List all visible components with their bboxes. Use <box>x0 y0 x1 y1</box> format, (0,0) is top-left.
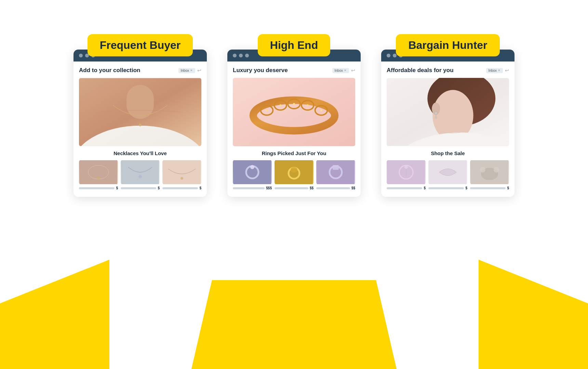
price-line-1b: $ <box>121 186 160 190</box>
svg-point-22 <box>320 109 322 111</box>
svg-point-6 <box>97 177 100 179</box>
price-bar-1c <box>162 187 198 189</box>
price-text-2b: $$ <box>310 186 313 190</box>
price-text-3c: $ <box>507 186 509 190</box>
thumb-row-bargain-hunter: $ $ <box>387 160 509 190</box>
dot-6 <box>245 54 249 57</box>
svg-point-28 <box>291 167 297 173</box>
thumb-item-7: $ <box>387 160 426 190</box>
card-bargain-hunter: Bargain Hunter Affordable deals for you … <box>381 34 514 197</box>
price-line-3c: $ <box>470 186 509 190</box>
badge-high-end: High End <box>258 34 330 56</box>
svg-point-40 <box>404 165 408 169</box>
svg-point-20 <box>307 104 309 106</box>
thumb-img-3b <box>428 160 467 184</box>
main-container: Frequent Buyer Add to your collection In… <box>0 0 588 197</box>
thumb-row-high-end: $$$ $$ <box>233 160 355 190</box>
main-image-frequent-buyer <box>79 78 201 146</box>
thumb-item-4: $$$ <box>233 160 272 190</box>
price-text-2c: $$ <box>351 186 355 190</box>
yellow-shape-left <box>0 260 109 369</box>
email-meta-frequent-buyer: Inbox ✕ ↩ <box>178 68 201 73</box>
yellow-shape-right <box>479 260 588 369</box>
badge-bargain-hunter: Bargain Hunter <box>396 34 499 56</box>
thumb-item-1: $ <box>79 160 118 190</box>
thumb-img-3c <box>470 160 509 184</box>
price-text-2a: $$$ <box>266 186 272 190</box>
price-text-1a: $ <box>116 186 118 190</box>
inbox-badge-frequent-buyer: Inbox ✕ <box>178 68 195 73</box>
price-bar-3c <box>470 187 506 189</box>
email-subject-high-end: Luxury you deserve <box>233 67 288 74</box>
price-bar-2a <box>233 187 265 189</box>
dot-5 <box>239 54 243 57</box>
email-header-high-end: Luxury you deserve Inbox ✕ ↩ <box>233 67 355 74</box>
dot-1 <box>79 54 83 57</box>
price-text-1c: $ <box>199 186 201 190</box>
reply-icon-high-end: ↩ <box>351 68 355 73</box>
svg-rect-9 <box>163 160 201 184</box>
thumb-img-1a <box>79 160 118 184</box>
email-subject-bargain-hunter: Affordable deals for you <box>387 67 454 74</box>
price-bar-1a <box>79 187 115 189</box>
svg-rect-2 <box>126 85 154 119</box>
email-header-bargain-hunter: Affordable deals for you Inbox ✕ ↩ <box>387 67 509 74</box>
inbox-x-3: ✕ <box>498 69 500 72</box>
reply-icon-frequent-buyer: ↩ <box>197 68 201 73</box>
price-bar-1b <box>121 187 156 189</box>
email-subject-frequent-buyer: Add to your collection <box>79 67 140 74</box>
svg-point-10 <box>181 177 183 180</box>
thumb-img-1b <box>121 160 160 184</box>
inbox-badge-bargain-hunter: Inbox ✕ <box>486 68 503 73</box>
svg-point-18 <box>279 104 281 106</box>
svg-point-21 <box>266 109 268 111</box>
thumb-img-2c <box>316 160 355 184</box>
card-content-bargain-hunter: Affordable deals for you Inbox ✕ ↩ <box>381 62 514 197</box>
thumb-item-3: $ <box>162 160 201 190</box>
yellow-shape-center <box>191 280 397 369</box>
inbox-label: Inbox <box>181 69 189 72</box>
thumb-item-8: $ <box>428 160 467 190</box>
price-line-3b: $ <box>428 186 467 190</box>
price-line-2b: $$ <box>275 186 313 190</box>
svg-rect-23 <box>233 160 271 184</box>
product-title-high-end: Rings Picked Just For You <box>233 150 355 156</box>
card-high-end: High End Luxury you deserve Inbox ✕ ↩ <box>227 34 361 197</box>
badge-frequent-buyer: Frequent Buyer <box>88 34 193 56</box>
email-card-frequent-buyer: Add to your collection Inbox ✕ ↩ <box>74 50 207 197</box>
email-header-frequent-buyer: Add to your collection Inbox ✕ ↩ <box>79 67 201 74</box>
thumb-row-frequent-buyer: $ $ <box>79 160 201 190</box>
price-line-2c: $$ <box>316 186 355 190</box>
inbox-badge-high-end: Inbox ✕ <box>332 68 349 73</box>
thumb-img-2a <box>233 160 272 184</box>
svg-rect-29 <box>317 160 355 184</box>
svg-point-45 <box>480 167 485 173</box>
price-bar-3a <box>387 187 422 189</box>
main-image-high-end <box>233 78 355 146</box>
svg-rect-4 <box>80 160 117 184</box>
svg-rect-31 <box>333 165 339 170</box>
product-title-frequent-buyer: Necklaces You'll Love <box>79 150 201 156</box>
card-content-frequent-buyer: Add to your collection Inbox ✕ ↩ <box>74 62 207 197</box>
price-line-3a: $ <box>387 186 426 190</box>
price-line-1a: $ <box>79 186 118 190</box>
thumb-img-3a <box>387 160 426 184</box>
price-bar-3b <box>428 187 464 189</box>
reply-icon-bargain-hunter: ↩ <box>505 68 509 73</box>
price-line-1c: $ <box>162 186 201 190</box>
product-title-bargain-hunter: Shop the Sale <box>387 150 509 156</box>
inbox-x-2: ✕ <box>344 69 347 72</box>
thumb-img-2b <box>275 160 313 184</box>
main-image-bargain-hunter <box>387 78 509 146</box>
svg-point-25 <box>250 165 254 169</box>
svg-point-19 <box>293 103 295 105</box>
svg-point-46 <box>494 167 499 173</box>
email-card-bargain-hunter: Affordable deals for you Inbox ✕ ↩ <box>381 50 514 197</box>
email-meta-high-end: Inbox ✕ ↩ <box>332 68 355 73</box>
inbox-label-2: Inbox <box>335 69 343 72</box>
price-line-2a: $$$ <box>233 186 272 190</box>
thumb-item-2: $ <box>121 160 160 190</box>
price-bar-2b <box>275 187 308 189</box>
svg-point-36 <box>434 111 438 115</box>
dot-4 <box>233 54 237 57</box>
